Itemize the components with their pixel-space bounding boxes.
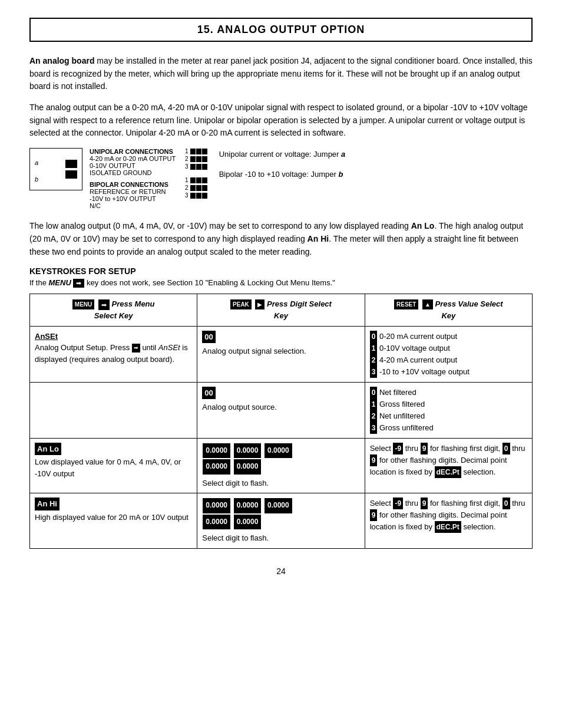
keystroke-table: MENU ➡ Press MenuSelect Key PEAK ▶ Press… bbox=[29, 294, 533, 549]
jumper-a-note: a bbox=[341, 150, 345, 159]
an-hi-ref: An Hi bbox=[308, 234, 329, 243]
jumper-b-label: b bbox=[35, 176, 38, 183]
bip-j2-b2 bbox=[196, 185, 201, 191]
display-00-2: 00 bbox=[202, 387, 215, 400]
anlo-digit-cell: 0.0000 0.0000 0.0000 0.0000 0.0000 Selec… bbox=[197, 438, 365, 493]
anlo-decpt: dEC.Pt bbox=[435, 466, 461, 478]
bip-j3-b1 bbox=[190, 193, 196, 199]
source-val-1: 1 Gross filtered bbox=[370, 398, 527, 410]
src-val-3: 3 bbox=[370, 422, 378, 434]
table-row-anset: AnSEt Analog Output Setup. Press ➡ until… bbox=[30, 326, 533, 382]
val-1: 1 bbox=[370, 342, 378, 354]
col2-header: PEAK ▶ Press Digit SelectKey bbox=[197, 294, 365, 326]
unipolar-line2: 0-10V OUTPUT bbox=[90, 162, 176, 169]
signal-val-2: 2 4-20 mA current output bbox=[370, 354, 527, 366]
menu-arrow-icon: ➡ bbox=[73, 279, 84, 288]
reset-tri-icon: ▲ bbox=[422, 299, 433, 309]
connector-labels: UNIPOLAR CONNECTIONS 4-20 mA or 0-20 mA … bbox=[90, 148, 176, 209]
anhi-d1: 0.0000 bbox=[203, 498, 230, 513]
anhi-d5: 0.0000 bbox=[234, 515, 262, 530]
anlo-label-box: An Lo bbox=[35, 443, 192, 456]
col2-title: Press Digit SelectKey bbox=[267, 299, 332, 320]
anlo-cell: An Lo Low displayed value for 0 mA, 4 mA… bbox=[30, 438, 197, 493]
bip-j2-b3 bbox=[202, 185, 207, 191]
bipolar-line3: N/C bbox=[90, 202, 176, 209]
jumper-b-note: b bbox=[338, 170, 343, 179]
anlo-values-cell: Select -9 thru 9 for flashing first digi… bbox=[365, 438, 532, 493]
uni-j2-b2 bbox=[196, 156, 201, 162]
uni-j1-b2 bbox=[196, 149, 201, 154]
uni-j1-b3 bbox=[202, 149, 207, 154]
signal-val-1: 1 0-10V voltage output bbox=[370, 342, 527, 354]
keystrokes-subtext: If the MENU ➡ key does not work, see Sec… bbox=[29, 278, 533, 288]
uni-j3-boxes bbox=[190, 164, 207, 170]
col1-header: MENU ➡ Press MenuSelect Key bbox=[30, 294, 197, 326]
source-desc: Analog output source. bbox=[202, 401, 359, 413]
bip-j1-b1 bbox=[190, 177, 196, 183]
anhi-d3: 0.0000 bbox=[265, 498, 292, 513]
bip-j3-b2 bbox=[196, 193, 201, 199]
anhi-d2: 0.0000 bbox=[234, 498, 262, 513]
connector-diagram: a b bbox=[29, 148, 82, 190]
peak-key-icon: PEAK bbox=[230, 299, 252, 309]
jumper-blocks bbox=[65, 160, 77, 179]
table-row-anhi: An Hi High displayed value for 20 mA or … bbox=[30, 493, 533, 549]
an-lo-ref: An Lo bbox=[411, 221, 435, 230]
connector-notes: Unipolar current or voltage: Jumper a Bi… bbox=[219, 148, 346, 181]
note-unipolar: Unipolar current or voltage: Jumper a bbox=[219, 148, 346, 161]
anlo-desc: Low displayed value for 0 mA, 4 mA, 0V, … bbox=[35, 456, 192, 479]
col3-header: RESET ▲ Press Value SelectKey bbox=[365, 294, 532, 326]
anhi-desc: High displayed value for 20 mA or 10V ou… bbox=[35, 512, 192, 523]
bip-j2-b1 bbox=[190, 185, 196, 191]
reset-key-icon: RESET bbox=[394, 299, 418, 309]
page-title: 15. ANALOG OUTPUT OPTION bbox=[42, 24, 520, 36]
anhi-label: An Hi bbox=[35, 498, 59, 510]
anlo-values-text: Select -9 thru 9 for flashing first digi… bbox=[370, 443, 527, 478]
bip-j1-b3 bbox=[202, 177, 207, 183]
signal-val-3: 3 -10 to +10V voltage output bbox=[370, 366, 527, 378]
src-val-0: 0 bbox=[370, 387, 378, 398]
source-val-0: 0 Net filtered bbox=[370, 387, 527, 398]
signal-val-0: 0 0-20 mA current output bbox=[370, 331, 527, 342]
uni-j2-b1 bbox=[190, 156, 196, 162]
mid-text: The low analog output (0 mA, 4 mA, 0V, o… bbox=[29, 220, 533, 258]
anhi-digit-desc: Select digit to flash. bbox=[202, 532, 359, 544]
jumper-block-b bbox=[65, 170, 77, 179]
intro-para1: An analog board may be installed in the … bbox=[29, 55, 533, 93]
val-0: 0 bbox=[370, 331, 378, 342]
bip-j3-b3 bbox=[202, 193, 207, 199]
uni-j3-b2 bbox=[196, 164, 201, 170]
val-2: 2 bbox=[370, 354, 378, 366]
anhi-d4: 0.0000 bbox=[203, 515, 230, 530]
jumper-a-label: a bbox=[35, 159, 38, 166]
bip-j3-num: 3 bbox=[185, 192, 189, 199]
anlo-d2: 0.0000 bbox=[234, 443, 262, 459]
anhi-digits: 0.0000 0.0000 0.0000 0.0000 0.0000 bbox=[202, 498, 359, 530]
anhi-9a: 9 bbox=[421, 498, 428, 509]
source-col1-cell bbox=[30, 382, 197, 438]
bipolar-label: BIPOLAR CONNECTIONS bbox=[90, 181, 176, 188]
unipolar-jumpers: 1 2 3 bbox=[185, 148, 207, 170]
connector-section: a b UNIPOLAR CONNECTIONS 4-20 mA or 0-20… bbox=[29, 148, 533, 209]
uni-j1-boxes bbox=[190, 149, 207, 154]
anlo-d3: 0.0000 bbox=[265, 443, 292, 459]
uni-j3-num: 3 bbox=[185, 163, 189, 170]
uni-j2: 2 bbox=[185, 156, 207, 162]
bip-j3-boxes bbox=[190, 193, 207, 199]
uni-j1-num: 1 bbox=[185, 148, 189, 154]
unipolar-label: UNIPOLAR CONNECTIONS bbox=[90, 148, 176, 155]
anhi-values-cell: Select -9 thru 9 for flashing first digi… bbox=[365, 493, 532, 549]
anset-cell: AnSEt Analog Output Setup. Press ➡ until… bbox=[30, 326, 197, 382]
signal-desc: Analog output signal selection. bbox=[202, 345, 359, 357]
peak-tri-icon: ▶ bbox=[255, 299, 265, 309]
bip-j1-boxes bbox=[190, 177, 207, 183]
anset-desc: Analog Output Setup. Press ➡ until AnSEt… bbox=[35, 342, 192, 365]
uni-j2-num: 2 bbox=[185, 156, 189, 162]
anlo-0: 0 bbox=[503, 443, 510, 454]
menu-key-icon: MENU bbox=[72, 299, 94, 309]
unipolar-line3: ISOLATED GROUND bbox=[90, 169, 176, 176]
uni-j2-b3 bbox=[202, 156, 207, 162]
val-3: 3 bbox=[370, 366, 378, 378]
anlo-9a: 9 bbox=[421, 443, 428, 454]
signal-display: 00 bbox=[202, 331, 359, 344]
